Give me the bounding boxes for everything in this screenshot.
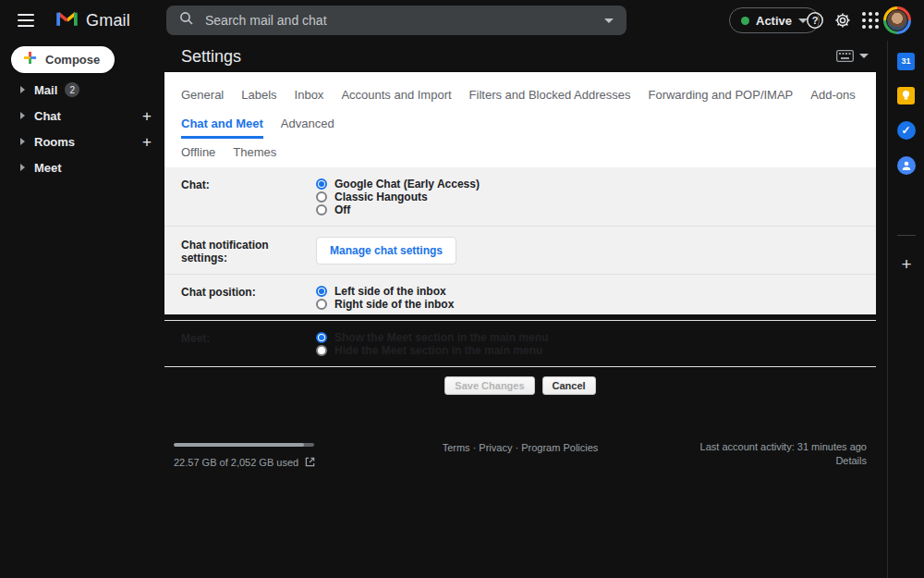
row-label: Chat: xyxy=(181,178,316,216)
tab-forwarding-and-pop-imap[interactable]: Forwarding and POP/IMAP xyxy=(648,81,793,110)
radio-hide-meet[interactable]: Hide the Meet section in the main menu xyxy=(316,344,548,356)
setting-row-chat-position: Chat position: Left side of the inbox Ri… xyxy=(164,275,876,321)
radio-chat-off[interactable]: Off xyxy=(316,203,480,215)
setting-row-chat: Chat: Google Chat (Early Access) Classic… xyxy=(164,167,876,227)
settings-tabs: General Labels Inbox Accounts and Import… xyxy=(164,72,876,167)
svg-text:?: ? xyxy=(812,15,819,26)
search-placeholder: Search mail and chat xyxy=(205,13,604,28)
expand-triangle-icon[interactable] xyxy=(20,164,25,171)
new-chat-plus-icon[interactable]: + xyxy=(142,108,152,124)
apps-grid-icon xyxy=(862,12,879,29)
open-in-new-icon[interactable] xyxy=(305,454,315,471)
sidebar-item-chat[interactable]: Chat + xyxy=(0,104,164,128)
help-button[interactable]: ? xyxy=(804,9,826,31)
radio-selected-icon[interactable] xyxy=(316,332,327,343)
search-options-caret-icon[interactable] xyxy=(604,18,614,23)
settings-panel: General Labels Inbox Accounts and Import… xyxy=(164,72,876,314)
input-tools-button[interactable] xyxy=(836,50,869,62)
rail-divider xyxy=(897,235,916,236)
left-sidebar: Compose Mail 2 Chat + Rooms + Meet xyxy=(0,41,164,578)
tab-filters-and-blocked-addresses[interactable]: Filters and Blocked Addresses xyxy=(469,81,631,110)
radio-right-side[interactable]: Right side of the inbox xyxy=(316,298,454,310)
radio-left-side[interactable]: Left side of the inbox xyxy=(316,285,454,297)
last-activity-text: Last account activity: 31 minutes ago xyxy=(700,440,867,454)
radio-icon[interactable] xyxy=(316,299,327,310)
tab-advanced[interactable]: Advanced xyxy=(281,110,334,139)
calendar-icon[interactable]: 31 xyxy=(896,51,917,71)
page-title: Settings xyxy=(181,47,241,67)
settings-gear-button[interactable] xyxy=(832,9,854,31)
tab-themes[interactable]: Themes xyxy=(233,139,276,167)
tab-inbox[interactable]: Inbox xyxy=(295,81,324,110)
row-label: Chat position: xyxy=(181,285,316,311)
row-label: Meet: xyxy=(181,331,316,357)
top-app-bar: Gmail Search mail and chat Active ? xyxy=(0,0,924,41)
compose-button[interactable]: Compose xyxy=(11,46,115,73)
storage-progress-bar xyxy=(174,443,314,447)
tab-add-ons[interactable]: Add-ons xyxy=(810,81,855,110)
tab-offline[interactable]: Offline xyxy=(181,139,215,167)
mail-unread-badge: 2 xyxy=(65,82,79,97)
app-title: Gmail xyxy=(86,11,130,31)
avatar-photo xyxy=(886,9,908,31)
new-room-plus-icon[interactable]: + xyxy=(142,134,152,150)
settings-actions: Save Changes Cancel xyxy=(164,367,876,406)
search-bar[interactable]: Search mail and chat xyxy=(166,6,626,35)
side-panel-rail: 31 ✓ + › xyxy=(887,41,924,578)
setting-row-meet: Meet: Show the Meet section in the main … xyxy=(164,321,876,367)
row-label: Chat notification settings: xyxy=(181,238,316,264)
account-avatar[interactable] xyxy=(883,6,911,34)
get-add-ons-plus-button[interactable]: + xyxy=(888,254,924,275)
contacts-icon[interactable] xyxy=(896,155,917,176)
search-icon xyxy=(179,11,194,30)
details-link[interactable]: Details xyxy=(700,454,867,468)
sidebar-item-rooms[interactable]: Rooms + xyxy=(0,129,164,154)
expand-triangle-icon[interactable] xyxy=(20,138,25,145)
tab-chat-and-meet[interactable]: Chat and Meet xyxy=(181,110,263,139)
manage-chat-settings-button[interactable]: Manage chat settings xyxy=(316,237,456,264)
compose-label: Compose xyxy=(45,53,100,67)
google-apps-grid-button[interactable] xyxy=(859,9,881,31)
status-label: Active xyxy=(756,14,792,28)
cancel-button[interactable]: Cancel xyxy=(542,376,596,395)
gmail-logo[interactable]: Gmail xyxy=(55,10,130,31)
radio-selected-icon[interactable] xyxy=(316,178,327,190)
radio-icon[interactable] xyxy=(316,345,327,356)
input-tools-caret-icon xyxy=(859,54,869,58)
expand-triangle-icon[interactable] xyxy=(20,86,25,93)
sidebar-item-meet[interactable]: Meet xyxy=(0,155,164,179)
footer-links[interactable]: Terms · Privacy · Program Policies xyxy=(368,442,673,453)
radio-show-meet[interactable]: Show the Meet section in the main menu xyxy=(316,331,548,343)
radio-classic-hangouts[interactable]: Classic Hangouts xyxy=(316,191,480,203)
expand-triangle-icon[interactable] xyxy=(20,112,25,119)
storage-meter: 22.57 GB of 2,052 GB used xyxy=(174,443,315,471)
gmail-app: Gmail Search mail and chat Active ? xyxy=(0,0,924,578)
gmail-m-icon xyxy=(55,10,79,31)
tasks-icon[interactable]: ✓ xyxy=(896,120,917,141)
radio-icon[interactable] xyxy=(316,191,327,203)
main-menu-icon[interactable] xyxy=(7,2,44,39)
keyboard-icon xyxy=(836,50,854,62)
radio-selected-icon[interactable] xyxy=(316,286,327,297)
multicolor-plus-icon xyxy=(23,51,37,68)
storage-usage-text: 22.57 GB of 2,052 GB used xyxy=(174,457,298,468)
save-changes-button[interactable]: Save Changes xyxy=(444,376,534,395)
tab-general[interactable]: General xyxy=(181,81,224,110)
tab-accounts-and-import[interactable]: Accounts and Import xyxy=(341,81,451,110)
setting-row-chat-notifications: Chat notification settings: Manage chat … xyxy=(164,227,876,275)
sidebar-item-mail[interactable]: Mail 2 xyxy=(0,78,164,102)
tab-labels[interactable]: Labels xyxy=(241,81,276,110)
radio-google-chat[interactable]: Google Chat (Early Access) xyxy=(316,178,480,190)
account-activity: Last account activity: 31 minutes ago De… xyxy=(700,440,867,468)
radio-icon[interactable] xyxy=(316,204,327,215)
keep-icon[interactable] xyxy=(896,85,917,105)
active-status-dot-icon xyxy=(741,17,749,25)
